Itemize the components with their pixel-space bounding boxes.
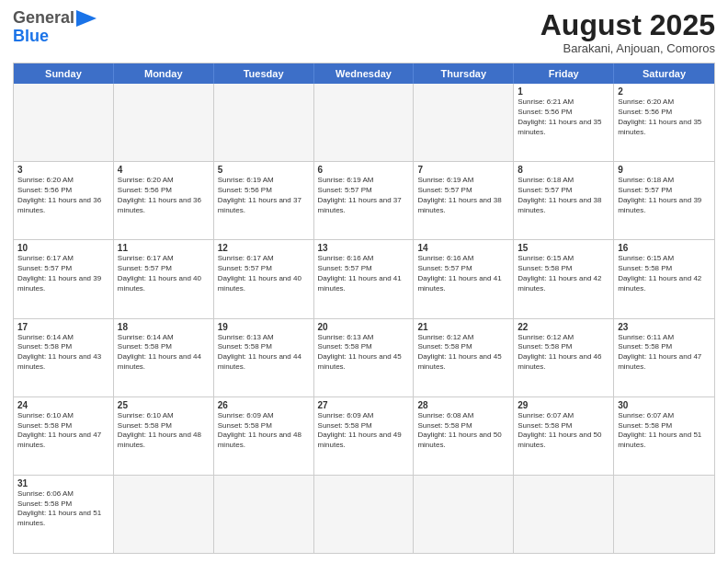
header: General Blue August 2025 Barakani, Anjou… <box>13 9 715 55</box>
header-thursday: Thursday <box>414 63 514 84</box>
calendar-row: 17Sunrise: 6:14 AM Sunset: 5:58 PM Dayli… <box>14 318 714 396</box>
day-info: Sunrise: 6:12 AM Sunset: 5:58 PM Dayligh… <box>518 333 609 373</box>
calendar-cell: 25Sunrise: 6:10 AM Sunset: 5:58 PM Dayli… <box>114 397 214 475</box>
day-number: 5 <box>218 165 310 175</box>
day-number: 29 <box>518 400 609 410</box>
logo-general-text: General <box>13 9 74 28</box>
day-number: 24 <box>17 400 109 410</box>
day-info: Sunrise: 6:17 AM Sunset: 5:57 PM Dayligh… <box>218 254 310 293</box>
day-info: Sunrise: 6:09 AM Sunset: 5:58 PM Dayligh… <box>318 411 410 451</box>
day-number: 15 <box>518 243 609 253</box>
calendar-cell: 29Sunrise: 6:07 AM Sunset: 5:58 PM Dayli… <box>514 397 614 475</box>
calendar-cell: 11Sunrise: 6:17 AM Sunset: 5:57 PM Dayli… <box>114 240 214 317</box>
day-info: Sunrise: 6:08 AM Sunset: 5:58 PM Dayligh… <box>417 411 509 451</box>
day-number: 25 <box>118 400 210 410</box>
calendar-cell: 8Sunrise: 6:18 AM Sunset: 5:57 PM Daylig… <box>514 162 614 239</box>
calendar-cell <box>14 84 114 161</box>
day-number: 23 <box>618 322 711 332</box>
day-number: 27 <box>318 400 410 410</box>
calendar-cell: 18Sunrise: 6:14 AM Sunset: 5:58 PM Dayli… <box>114 319 214 396</box>
day-number: 14 <box>417 243 509 253</box>
day-info: Sunrise: 6:19 AM Sunset: 5:57 PM Dayligh… <box>417 176 509 215</box>
day-info: Sunrise: 6:10 AM Sunset: 5:58 PM Dayligh… <box>118 411 210 451</box>
day-number: 19 <box>218 322 310 332</box>
day-number: 28 <box>417 400 509 410</box>
calendar-header: Sunday Monday Tuesday Wednesday Thursday… <box>14 63 714 84</box>
day-info: Sunrise: 6:20 AM Sunset: 5:56 PM Dayligh… <box>118 176 210 215</box>
calendar-cell: 14Sunrise: 6:16 AM Sunset: 5:57 PM Dayli… <box>414 240 514 317</box>
day-info: Sunrise: 6:20 AM Sunset: 5:56 PM Dayligh… <box>17 176 109 215</box>
day-number: 20 <box>318 322 410 332</box>
calendar-row: 10Sunrise: 6:17 AM Sunset: 5:57 PM Dayli… <box>14 239 714 317</box>
calendar-cell: 9Sunrise: 6:18 AM Sunset: 5:57 PM Daylig… <box>614 162 714 239</box>
calendar-cell: 7Sunrise: 6:19 AM Sunset: 5:57 PM Daylig… <box>414 162 514 239</box>
logo-blue-text: Blue <box>13 28 49 46</box>
day-info: Sunrise: 6:20 AM Sunset: 5:56 PM Dayligh… <box>618 98 711 137</box>
day-info: Sunrise: 6:18 AM Sunset: 5:57 PM Dayligh… <box>618 176 711 215</box>
calendar-row: 31Sunrise: 6:06 AM Sunset: 5:58 PM Dayli… <box>14 475 714 553</box>
header-wednesday: Wednesday <box>314 63 415 84</box>
calendar-cell <box>514 476 614 553</box>
calendar-cell: 26Sunrise: 6:09 AM Sunset: 5:58 PM Dayli… <box>214 397 314 475</box>
header-sunday: Sunday <box>14 63 114 84</box>
day-number: 10 <box>17 243 109 253</box>
calendar-cell: 16Sunrise: 6:15 AM Sunset: 5:58 PM Dayli… <box>614 240 714 317</box>
header-tuesday: Tuesday <box>214 63 314 84</box>
day-info: Sunrise: 6:16 AM Sunset: 5:57 PM Dayligh… <box>417 254 509 293</box>
day-info: Sunrise: 6:19 AM Sunset: 5:56 PM Dayligh… <box>218 176 310 215</box>
day-number: 18 <box>118 322 210 332</box>
title-block: August 2025 Barakani, Anjouan, Comoros <box>540 9 715 55</box>
calendar: Sunday Monday Tuesday Wednesday Thursday… <box>13 63 715 554</box>
calendar-cell: 27Sunrise: 6:09 AM Sunset: 5:58 PM Dayli… <box>314 397 415 475</box>
day-info: Sunrise: 6:09 AM Sunset: 5:58 PM Dayligh… <box>218 411 310 451</box>
day-info: Sunrise: 6:07 AM Sunset: 5:58 PM Dayligh… <box>618 411 711 451</box>
header-friday: Friday <box>514 63 614 84</box>
day-number: 11 <box>118 243 210 253</box>
calendar-cell <box>314 476 415 553</box>
calendar-cell: 15Sunrise: 6:15 AM Sunset: 5:58 PM Dayli… <box>514 240 614 317</box>
header-saturday: Saturday <box>614 63 714 84</box>
month-title: August 2025 <box>540 9 715 41</box>
day-info: Sunrise: 6:21 AM Sunset: 5:56 PM Dayligh… <box>518 98 609 137</box>
calendar-cell: 21Sunrise: 6:12 AM Sunset: 5:58 PM Dayli… <box>414 319 514 396</box>
day-number: 13 <box>318 243 410 253</box>
day-number: 21 <box>417 322 509 332</box>
calendar-cell: 23Sunrise: 6:11 AM Sunset: 5:58 PM Dayli… <box>614 319 714 396</box>
day-number: 4 <box>118 165 210 175</box>
day-info: Sunrise: 6:11 AM Sunset: 5:58 PM Dayligh… <box>618 333 711 373</box>
day-number: 26 <box>218 400 310 410</box>
calendar-cell: 1Sunrise: 6:21 AM Sunset: 5:56 PM Daylig… <box>514 84 614 161</box>
day-info: Sunrise: 6:06 AM Sunset: 5:58 PM Dayligh… <box>17 489 109 529</box>
day-info: Sunrise: 6:17 AM Sunset: 5:57 PM Dayligh… <box>17 254 109 293</box>
subtitle: Barakani, Anjouan, Comoros <box>540 41 715 55</box>
calendar-cell <box>114 84 214 161</box>
day-info: Sunrise: 6:17 AM Sunset: 5:57 PM Dayligh… <box>118 254 210 293</box>
day-info: Sunrise: 6:15 AM Sunset: 5:58 PM Dayligh… <box>618 254 711 293</box>
day-number: 8 <box>518 165 609 175</box>
calendar-cell <box>114 476 214 553</box>
svg-marker-0 <box>76 10 97 27</box>
calendar-cell: 17Sunrise: 6:14 AM Sunset: 5:58 PM Dayli… <box>14 319 114 396</box>
day-info: Sunrise: 6:18 AM Sunset: 5:57 PM Dayligh… <box>518 176 609 215</box>
day-info: Sunrise: 6:16 AM Sunset: 5:57 PM Dayligh… <box>318 254 410 293</box>
calendar-cell: 30Sunrise: 6:07 AM Sunset: 5:58 PM Dayli… <box>614 397 714 475</box>
calendar-row: 3Sunrise: 6:20 AM Sunset: 5:56 PM Daylig… <box>14 161 714 239</box>
calendar-cell: 6Sunrise: 6:19 AM Sunset: 5:57 PM Daylig… <box>314 162 415 239</box>
day-info: Sunrise: 6:19 AM Sunset: 5:57 PM Dayligh… <box>318 176 410 215</box>
calendar-body: 1Sunrise: 6:21 AM Sunset: 5:56 PM Daylig… <box>14 84 714 553</box>
day-number: 30 <box>618 400 711 410</box>
day-number: 6 <box>318 165 410 175</box>
day-info: Sunrise: 6:14 AM Sunset: 5:58 PM Dayligh… <box>17 333 109 373</box>
calendar-cell: 20Sunrise: 6:13 AM Sunset: 5:58 PM Dayli… <box>314 319 415 396</box>
calendar-cell: 28Sunrise: 6:08 AM Sunset: 5:58 PM Dayli… <box>414 397 514 475</box>
day-number: 3 <box>17 165 109 175</box>
day-number: 31 <box>17 478 109 488</box>
calendar-cell <box>214 84 314 161</box>
calendar-row: 1Sunrise: 6:21 AM Sunset: 5:56 PM Daylig… <box>14 84 714 161</box>
calendar-cell: 13Sunrise: 6:16 AM Sunset: 5:57 PM Dayli… <box>314 240 415 317</box>
day-info: Sunrise: 6:14 AM Sunset: 5:58 PM Dayligh… <box>118 333 210 373</box>
day-info: Sunrise: 6:13 AM Sunset: 5:58 PM Dayligh… <box>218 333 310 373</box>
day-number: 7 <box>417 165 509 175</box>
logo-triangle-icon <box>76 10 97 27</box>
header-monday: Monday <box>114 63 214 84</box>
